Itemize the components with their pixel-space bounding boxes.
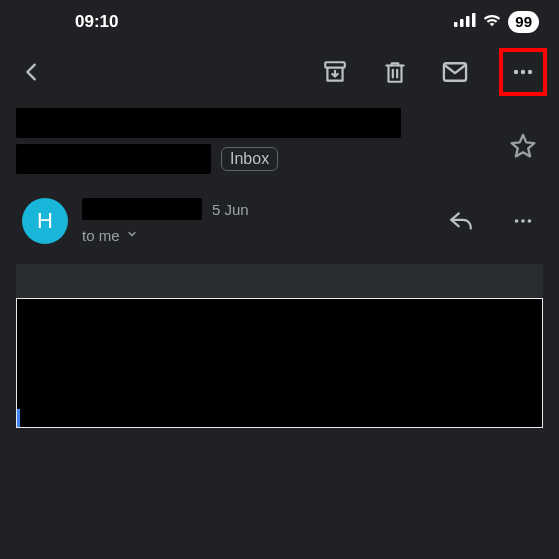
folder-chip: Inbox bbox=[221, 147, 278, 171]
sender-row: H 5 Jun to me bbox=[0, 180, 559, 256]
svg-point-6 bbox=[514, 70, 518, 74]
avatar[interactable]: H bbox=[22, 198, 68, 244]
mark-unread-button[interactable] bbox=[435, 52, 475, 92]
subject-text-redacted-1 bbox=[16, 108, 401, 138]
sender-more-button[interactable] bbox=[503, 201, 543, 241]
recipient-text: to me bbox=[82, 227, 120, 244]
email-toolbar bbox=[0, 44, 559, 100]
sender-name-redacted bbox=[82, 198, 202, 220]
status-bar: 09:10 99 bbox=[0, 0, 559, 44]
svg-point-7 bbox=[521, 70, 525, 74]
svg-rect-1 bbox=[460, 19, 464, 27]
svg-point-11 bbox=[521, 219, 525, 223]
subject-row: Inbox bbox=[0, 100, 559, 180]
svg-point-8 bbox=[528, 70, 532, 74]
reply-button[interactable] bbox=[441, 201, 481, 241]
cellular-icon bbox=[454, 13, 476, 31]
back-button[interactable] bbox=[12, 52, 52, 92]
avatar-letter: H bbox=[37, 208, 53, 234]
more-options-highlight bbox=[499, 48, 547, 96]
battery-indicator: 99 bbox=[508, 11, 539, 33]
svg-rect-3 bbox=[472, 13, 476, 27]
email-date: 5 Jun bbox=[212, 201, 249, 218]
svg-point-10 bbox=[515, 219, 519, 223]
wifi-icon bbox=[482, 13, 502, 31]
status-time: 09:10 bbox=[75, 12, 118, 32]
email-body-redacted bbox=[16, 298, 543, 428]
more-options-button[interactable] bbox=[503, 52, 543, 92]
svg-point-12 bbox=[528, 219, 532, 223]
email-body-container bbox=[16, 264, 543, 428]
svg-rect-0 bbox=[454, 22, 458, 27]
star-button[interactable] bbox=[503, 126, 543, 166]
svg-marker-9 bbox=[512, 135, 535, 156]
chevron-down-icon bbox=[126, 226, 138, 244]
recipient-expand[interactable]: to me bbox=[82, 226, 427, 244]
archive-button[interactable] bbox=[315, 52, 355, 92]
body-accent-strip bbox=[17, 409, 20, 427]
status-indicators: 99 bbox=[454, 11, 539, 33]
delete-button[interactable] bbox=[375, 52, 415, 92]
subject-text-redacted-2 bbox=[16, 144, 211, 174]
svg-rect-2 bbox=[466, 16, 470, 27]
body-area-top bbox=[16, 264, 543, 298]
subject-block: Inbox bbox=[16, 108, 493, 174]
svg-rect-4 bbox=[325, 62, 345, 67]
